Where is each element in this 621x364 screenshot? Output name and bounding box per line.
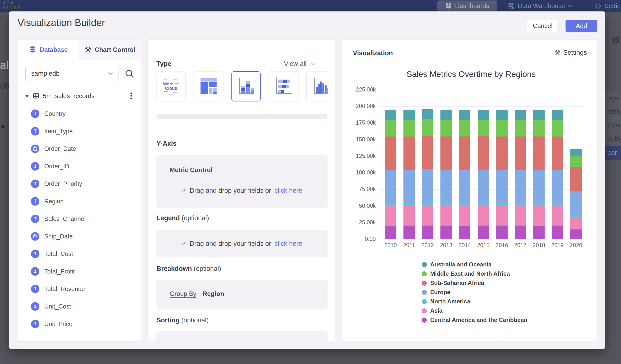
field-item-order_priority[interactable]: TOrder_Priority — [31, 175, 136, 192]
cancel-button[interactable]: Cancel — [527, 20, 558, 32]
field-item-ship_date[interactable]: Ship_Date — [31, 227, 136, 245]
legend-color-dot — [422, 308, 427, 313]
gridline — [379, 106, 585, 106]
nav-item-label: Dashboards — [455, 2, 489, 10]
data-warehouse-icon — [508, 2, 515, 10]
type-option-histogram[interactable] — [306, 71, 328, 102]
legend-color-dot — [422, 317, 427, 323]
tab-chart-control[interactable]: ⚒ Chart Control — [79, 40, 141, 60]
modal-title: Visualization Builder — [17, 17, 105, 28]
legend-item[interactable]: Europe — [422, 289, 450, 296]
legend-item[interactable]: Asia — [422, 307, 443, 314]
legend-color-dot — [422, 290, 427, 295]
search-icon[interactable] — [125, 69, 134, 79]
chart-type-options: Word Cloud — [156, 71, 328, 102]
legend-item[interactable]: North America — [422, 298, 470, 305]
nav-item-settings[interactable]: ⚙ Settings — [594, 0, 621, 12]
legend-item[interactable]: Middle East and North Africa — [422, 270, 510, 277]
background-bullet-dot — [1, 125, 4, 128]
legend-section-heading: Legend (optional) — [156, 214, 209, 222]
field-item-total_cost[interactable]: 1Total_Cost — [31, 245, 136, 262]
type-row-scrollbar[interactable] — [156, 114, 328, 119]
field-item-country[interactable]: TCountry — [31, 105, 136, 122]
bar-segment — [478, 206, 489, 225]
bar-segment — [422, 109, 433, 119]
bar-segment — [440, 203, 452, 206]
legend-label: Central America and the Caribbean — [430, 316, 527, 323]
sorting-dropzone[interactable]: Data Range Ascending — [156, 331, 328, 341]
tools-icon: ⚒ — [85, 46, 91, 54]
type-option-stacked-bar[interactable] — [269, 71, 298, 102]
bar-segment — [552, 206, 563, 225]
save-icon[interactable] — [612, 35, 620, 43]
table-tree-item[interactable]: 5m_sales_records — [25, 90, 134, 102]
bar-segment — [570, 229, 582, 239]
bar-segment — [533, 226, 545, 239]
type-option-word-cloud[interactable]: Word Cloud — [156, 71, 186, 102]
bar-segment — [570, 191, 582, 215]
bar-segment — [515, 137, 526, 170]
field-item-item_type[interactable]: TItem_Type — [31, 122, 136, 140]
legend-dropzone[interactable]: ☝ Drag and drop your fields or click her… — [156, 230, 328, 258]
y-axis-heading: Y-Axis — [156, 140, 177, 147]
bar-segment — [440, 225, 452, 239]
click-here-link[interactable]: click here — [275, 240, 302, 247]
group-by-link[interactable]: Group By — [170, 290, 196, 297]
field-name: Ship_Date — [44, 233, 73, 240]
bar-segment — [515, 203, 526, 206]
page-root: ATA SIDER Dashboards Data Warehouse — [0, 0, 621, 364]
bar-segment — [496, 203, 508, 206]
bar-segment — [515, 170, 526, 203]
x-axis-tick-label: 2018 — [530, 242, 548, 249]
gridline — [379, 90, 585, 90]
type-option-treemap[interactable] — [194, 71, 223, 102]
database-select-value: sampledb — [31, 70, 60, 77]
metric-control-dropzone[interactable]: Metric Control ☝ Drag and drop your fiel… — [156, 155, 328, 208]
bar-segment — [403, 120, 415, 137]
click-here-link[interactable]: click here — [275, 187, 302, 194]
legend-label: Asia — [430, 307, 443, 314]
bar-segment — [570, 156, 582, 167]
bar-segment — [422, 206, 433, 225]
field-item-unit_price[interactable]: 1Unit_Price — [31, 315, 136, 333]
drag-drop-text: Drag and drop your fields or — [190, 240, 271, 247]
field-item-unit_cost[interactable]: 1Unit_Cost — [31, 297, 136, 315]
field-item-region[interactable]: TRegion — [31, 192, 136, 210]
legend-label: Europe — [430, 289, 450, 296]
field-item-sales_channel[interactable]: TSales_Channel — [31, 210, 136, 227]
view-all-button[interactable]: View all — [284, 60, 316, 68]
type-option-stacked-column[interactable] — [231, 71, 261, 102]
breakdown-dropzone[interactable]: Group By Region — [156, 280, 328, 310]
x-axis-tick-label: 2010 — [381, 242, 400, 249]
y-axis-tick-label: 25.00k — [342, 219, 376, 226]
nav-item-data-warehouse[interactable]: Data Warehouse — [508, 0, 573, 12]
field-name: Unit_Price — [44, 320, 72, 328]
field-item-order_date[interactable]: Order_Date — [31, 140, 136, 157]
database-panel: Database ⚒ Chart Control sampledb — [17, 40, 141, 341]
bar-segment — [422, 136, 433, 169]
bar-segment — [403, 203, 415, 206]
table-menu-kebab-icon[interactable] — [128, 91, 134, 100]
add-button[interactable]: Add — [566, 20, 597, 32]
chevron-down-icon — [568, 4, 573, 8]
gridline — [379, 239, 585, 240]
bar-segment — [459, 170, 470, 203]
field-item-total_profit[interactable]: 1Total_Profit — [31, 262, 136, 280]
expand-arrow-icon[interactable] — [25, 95, 29, 97]
database-select[interactable]: sampledb — [25, 66, 119, 81]
legend-item[interactable]: Central America and the Caribbean — [422, 316, 527, 323]
field-item-order_id[interactable]: 1Order_ID — [31, 157, 136, 175]
bar-segment — [515, 110, 526, 120]
background-text-fragment: al — [0, 58, 9, 71]
x-axis-tick-label: 2013 — [437, 242, 456, 249]
bar-segment — [533, 170, 545, 204]
nav-item-dashboards[interactable]: Dashboards — [437, 0, 497, 11]
legend-item[interactable]: Sub-Saharan Africa — [422, 279, 484, 286]
settings-button[interactable]: ⚒ Settings — [554, 49, 587, 56]
legend-item[interactable]: Australia and Oceania — [422, 261, 492, 268]
bar-segment — [496, 225, 508, 239]
bar-segment — [570, 215, 582, 217]
field-item-total_revenue[interactable]: 1Total_Revenue — [31, 280, 136, 297]
tab-database[interactable]: Database — [17, 40, 79, 60]
bar-segment — [422, 225, 433, 239]
